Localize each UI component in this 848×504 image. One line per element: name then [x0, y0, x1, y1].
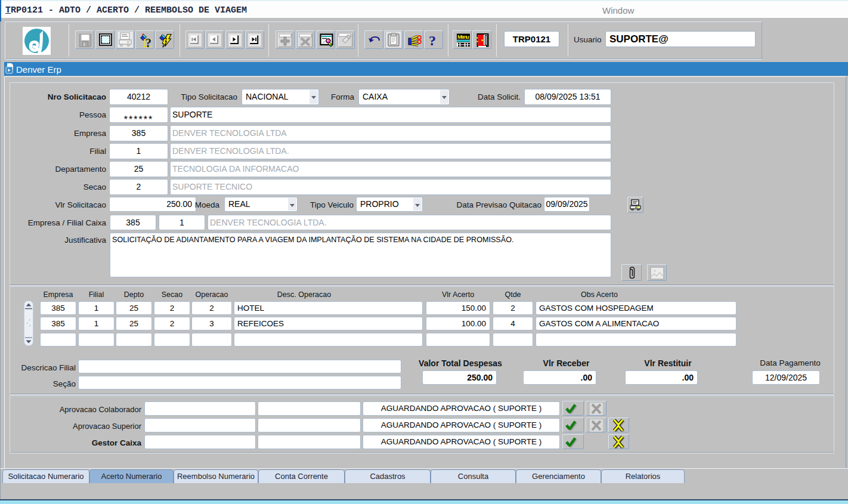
svg-text:?: ?: [146, 36, 152, 49]
svg-text:?: ?: [429, 33, 436, 48]
svg-text:Menu: Menu: [457, 33, 469, 40]
